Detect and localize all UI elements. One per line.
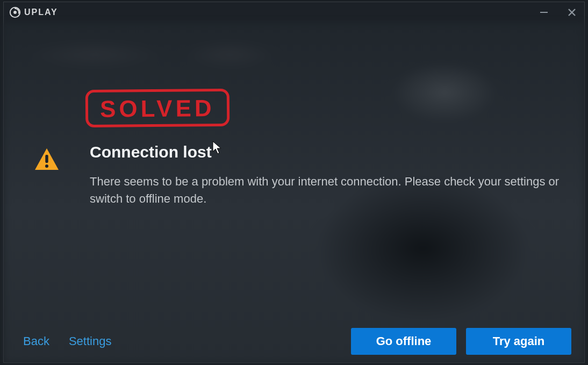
minimize-icon[interactable] — [539, 8, 549, 17]
go-offline-button[interactable]: Go offline — [351, 328, 456, 355]
svg-rect-5 — [45, 155, 48, 163]
titlebar: UPLAY — [4, 2, 584, 23]
settings-link[interactable]: Settings — [69, 334, 112, 348]
brand-text: UPLAY — [24, 8, 58, 17]
warning-icon — [34, 147, 60, 173]
solved-stamp: SOLVED — [85, 89, 230, 127]
dialog-footer: Back Settings Go offline Try again — [4, 320, 584, 362]
uplay-logo-icon — [9, 6, 21, 18]
brand: UPLAY — [9, 6, 58, 18]
footer-buttons: Go offline Try again — [351, 328, 571, 355]
svg-point-6 — [45, 164, 48, 168]
close-icon[interactable] — [567, 8, 577, 17]
app-window: UPLAY SOLVED Connection — [3, 2, 585, 363]
dialog-content: SOLVED Connection lost There seems to be… — [4, 23, 584, 362]
error-heading: Connection lost — [90, 143, 212, 161]
cursor-icon — [212, 141, 222, 157]
try-again-button[interactable]: Try again — [466, 328, 571, 355]
stamp-label: SOLVED — [100, 95, 215, 122]
back-link[interactable]: Back — [23, 334, 49, 348]
error-body: There seems to be a problem with your in… — [90, 173, 563, 207]
svg-point-1 — [13, 11, 17, 14]
footer-links: Back Settings — [23, 334, 111, 348]
window-controls — [539, 8, 577, 17]
